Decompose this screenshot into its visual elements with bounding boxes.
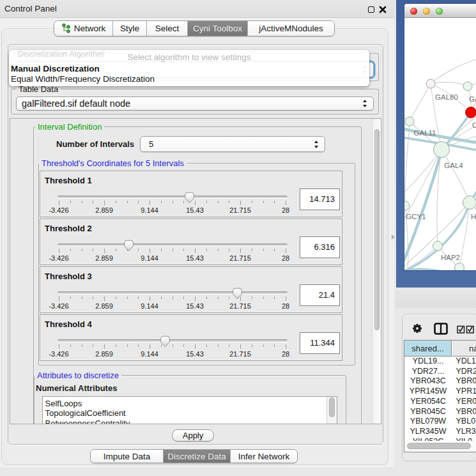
table-cell-shared-name[interactable]: YBL079W (404, 417, 452, 427)
minimize-traffic-light-icon[interactable] (423, 8, 430, 15)
tab-impute-data[interactable]: Impute Data (91, 450, 164, 463)
table-cell-shared-name[interactable]: YBR045C (404, 407, 452, 417)
network-node-ga[interactable] (463, 82, 472, 91)
slider-tick (70, 344, 71, 347)
slider-tick (183, 296, 184, 299)
slider-track[interactable] (58, 196, 288, 198)
table-cell-shared-name[interactable]: YDL19... (404, 357, 452, 367)
table-cell-name[interactable]: YLR3 (456, 427, 476, 437)
tab-discretize-data[interactable]: Discretize Data (164, 450, 231, 463)
table-cell-name[interactable]: YDR2 (456, 367, 476, 377)
attribute-item[interactable]: SelfLoops (43, 399, 337, 409)
table-cell-name[interactable]: YPR1 (456, 387, 476, 397)
tab-cyni-toolbox[interactable]: Cyni Toolbox (188, 21, 248, 36)
screen: Control Panel Network Style (0, 0, 476, 476)
table-panel-titlebar[interactable]: Table Panel (395, 290, 476, 308)
network-node-label: GA (469, 95, 476, 103)
tab-jactivemnodules[interactable]: jActiveMNodules (248, 21, 334, 36)
slider-tick-label: 21.715 (229, 302, 251, 310)
apply-button[interactable]: Apply (172, 429, 214, 441)
slider-tick (104, 296, 105, 301)
table-cell-shared-name[interactable]: YDR27... (404, 367, 452, 377)
close-traffic-light-icon[interactable] (410, 8, 417, 15)
network-edge[interactable] (410, 84, 431, 121)
network-view-window[interactable]: GAL80GACGAL11GAL4GCY1HHAP2 (404, 3, 476, 271)
slider-tick (138, 249, 139, 251)
network-node-gal4[interactable] (434, 142, 450, 158)
network-canvas[interactable]: GAL80GACGAL11GAL4GCY1HHAP2 (404, 18, 476, 271)
slider-thumb[interactable] (185, 192, 194, 204)
table-cell-shared-name[interactable]: YPR145W (404, 387, 452, 397)
slider-thumb[interactable] (160, 335, 170, 348)
algorithm-option-manual[interactable]: Manual Discretization (9, 63, 369, 74)
tab-select[interactable]: Select (147, 21, 188, 36)
table-header-shared-name[interactable]: shared... (404, 341, 452, 357)
network-node[interactable] (455, 263, 464, 272)
attribute-item[interactable]: TopologicalCoefficient (43, 408, 337, 418)
table-cell-name[interactable]: YBR0 (456, 376, 476, 387)
control-panel-titlebar[interactable]: Control Panel (0, 0, 394, 18)
table-row[interactable]: YER054CYER0 (404, 397, 476, 407)
threshold-value-field[interactable]: 21.4 (300, 284, 340, 306)
table-cell-name[interactable]: YER0 (456, 397, 476, 407)
close-icon[interactable] (379, 6, 387, 13)
threshold-value-field[interactable]: 14.713 (300, 188, 340, 210)
network-node-gcy1[interactable] (404, 201, 410, 210)
tab-infer-network-label: Infer Network (238, 452, 289, 461)
table-row[interactable]: YDL19...YDL1 (404, 357, 476, 367)
slider-tick (173, 296, 173, 299)
table-cell-shared-name[interactable]: YER054C (404, 397, 452, 407)
slider-tick (138, 201, 139, 203)
network-edge[interactable] (441, 150, 470, 203)
slider-track[interactable] (58, 291, 288, 294)
network-edge[interactable] (431, 82, 468, 86)
slider-track[interactable] (58, 243, 288, 246)
tab-network[interactable]: Network (54, 21, 113, 36)
slider-tick (206, 201, 207, 203)
table-data-combobox[interactable]: galFiltered.sif default node (16, 96, 374, 111)
table-header-name[interactable]: na (452, 341, 476, 357)
table-cell-shared-name[interactable]: YBR043C (404, 376, 452, 387)
zoom-traffic-light-icon[interactable] (436, 8, 443, 15)
tab-network-label: Network (74, 24, 106, 33)
table-row[interactable]: YBR043CYBR0 (404, 376, 476, 387)
float-window-icon[interactable] (368, 6, 374, 13)
slider-tick (116, 344, 116, 347)
network-edge[interactable] (405, 121, 410, 206)
network-node-c[interactable] (466, 107, 476, 118)
table-cell-name[interactable]: YBR0 (456, 407, 476, 417)
checkbox-icons[interactable] (457, 325, 475, 334)
algorithm-option-equal-width[interactable]: Equal Width/Frequency Discretization (9, 73, 369, 84)
table-cell-name[interactable]: YDL1 (456, 357, 476, 367)
table-row[interactable]: YPR145WYPR1 (404, 387, 476, 397)
table-row[interactable]: YBL079WYBL0 (404, 417, 476, 427)
slider-thumb[interactable] (124, 240, 134, 252)
network-node-gal80[interactable] (426, 79, 435, 88)
table-cell-shared-name[interactable]: YLR345W (404, 427, 452, 437)
gear-icon[interactable] (412, 323, 422, 334)
slider-thumb[interactable] (233, 288, 242, 300)
network-node-hap2[interactable] (433, 242, 443, 251)
network-edge[interactable] (431, 59, 476, 84)
network-node-h[interactable] (463, 196, 476, 210)
table-cell-name[interactable]: YBL0 (456, 417, 476, 427)
tab-infer-network[interactable]: Infer Network (231, 450, 297, 463)
number-of-intervals-combobox[interactable]: 5 (140, 136, 325, 152)
network-node-label: GAL80 (435, 93, 458, 101)
horizontal-scrollbar[interactable] (404, 441, 476, 452)
threshold-value-field[interactable]: 11.344 (300, 332, 340, 354)
table-row[interactable]: YLR345WYLR3 (404, 427, 476, 437)
network-node-gal11[interactable] (405, 117, 414, 126)
slider-tick (229, 249, 229, 251)
split-divider-handle[interactable] (392, 234, 395, 240)
tab-style[interactable]: Style (113, 21, 147, 36)
columns-icon[interactable] (434, 323, 448, 335)
slider-tick-label: 2.859 (95, 206, 113, 214)
horizontal-scrollbar-thumb[interactable] (407, 443, 471, 449)
table-row[interactable]: YDR27...YDR2 (404, 367, 476, 377)
table-row[interactable]: YBR045CYBR0 (404, 407, 476, 417)
threshold-value-field[interactable]: 6.316 (300, 236, 340, 258)
attributes-scrollbar-thumb[interactable] (329, 397, 335, 417)
slider-track[interactable] (58, 339, 288, 342)
network-window-titlebar[interactable] (404, 4, 476, 18)
